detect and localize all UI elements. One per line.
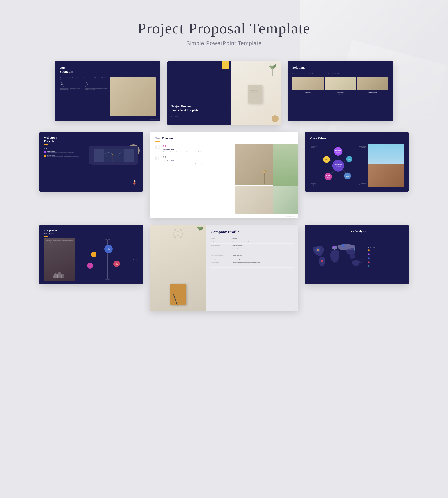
ua-bar-3 (368, 264, 382, 264)
ua-bar-bg-2 (368, 260, 404, 260)
bubble-orange (91, 252, 96, 257)
profile-val-7: Brief description to the perspective of … (232, 262, 260, 263)
coffee-shape (272, 115, 279, 122)
svg-text:Value: Value (348, 159, 351, 160)
mission-right (235, 144, 293, 214)
cover-date: March 20, 2022 (171, 116, 227, 117)
useranalysis-title: User Analysis (310, 229, 404, 233)
ua-name-0: United States (371, 249, 400, 251)
profile-circle-deco (173, 229, 183, 238)
ua-dot-1 (368, 253, 370, 255)
ua-bar-4 (368, 268, 376, 268)
slide-row-3: CompetitorAnalysis The best and (39, 225, 409, 311)
ua-pct-1: 8.9% (402, 253, 404, 255)
slide-company-profile[interactable]: Company Profile Founder John Doe Foundin… (150, 225, 298, 311)
feature-2-dot (44, 155, 46, 157)
mission-label-01: Big Data Cloud (163, 159, 233, 161)
mission-item-01: 01 01 Big Data Cloud Please write a desc… (155, 155, 233, 164)
ua-countries-title: Top Countries (368, 247, 404, 248)
profile-val-2: Address of company (232, 245, 242, 246)
useranalysis-map: 12.7% Jan 2021 - Dec 2022 (310, 235, 366, 280)
laptop-base (92, 164, 136, 165)
slide-webapps[interactable]: Web AppsProjects Client: A Company Key F… (39, 132, 143, 192)
profile-key-4: Company (210, 251, 229, 253)
ua-country-4: Sweden 3.4% (368, 265, 404, 267)
slide-corevalues[interactable]: Core Values Please write a description o… (305, 132, 409, 192)
slide-row-1: OurStrengths The best and most beautiful… (39, 61, 409, 125)
strengths-content: The best and most beautiful things in th… (60, 77, 156, 116)
strengths-underline (60, 75, 64, 75)
mission-item-02: 02 02 Deep Learning Please write a descr… (155, 144, 233, 153)
bubble-our-product: OurProduct (104, 245, 113, 253)
profile-val-3: Incorporated (232, 248, 239, 249)
svg-point-16 (263, 171, 265, 173)
ua-country-0: United States 12.7% (368, 249, 404, 251)
ua-dot-3 (368, 261, 370, 263)
svg-point-42 (362, 260, 363, 261)
svg-point-7 (134, 180, 135, 182)
corevalues-content: Please write a description of your conte… (310, 144, 404, 187)
slide-strengths[interactable]: OurStrengths The best and most beautiful… (55, 61, 160, 121)
map-legend: Jan 2021 - Dec 2022 (311, 279, 317, 280)
notebook-shape (248, 85, 262, 103)
corevalues-underline (310, 142, 315, 142)
competitor-label-right: High Price (133, 259, 138, 260)
profile-key-0: Founder (210, 238, 229, 239)
profile-inner: Company Profile Founder John Doe Foundin… (150, 225, 298, 311)
ua-pct-0: 12.7% (401, 249, 404, 251)
svg-text:Technology: Technology (335, 149, 341, 151)
ua-bar-bg-4 (368, 268, 404, 268)
corevalues-svg: Innovation description Technology text h… (310, 144, 366, 187)
profile-footer: Presentation Name / Subject · 3 (285, 309, 296, 310)
slide-competitor[interactable]: CompetitorAnalysis The best and (39, 225, 143, 284)
solutions-label-1-desc: Please write a description of your conte… (292, 94, 324, 95)
solutions-label-2: Advertising Please write a description o… (325, 92, 356, 95)
profile-val-5: August 18th, 2019 (232, 255, 241, 256)
bubble-competitor-b: B.Comp (113, 261, 120, 267)
webapps-features-title: Key Features (44, 148, 87, 149)
profile-right: Company Profile Founder John Doe Foundin… (206, 225, 298, 311)
strengths-title: OurStrengths (60, 66, 156, 73)
solutions-label-3-title: Communication (357, 92, 388, 93)
ua-name-2: Russia (371, 257, 401, 259)
ua-bar-bg-3 (368, 264, 404, 264)
slide-useranalysis[interactable]: User Analysis (305, 225, 409, 284)
profile-val-4: Company Name (232, 251, 240, 253)
solutions-title: Solutions (292, 66, 388, 70)
webapps-content: Client: A Company Key Features Data Coll… (44, 146, 138, 188)
solutions-label-2-desc: Please write a description of your conte… (325, 94, 356, 95)
svg-line-12 (135, 185, 135, 187)
svg-rect-4 (104, 149, 124, 162)
ua-bar-bg-0 (368, 252, 404, 252)
profile-val-1: Short sentence to your business idea (232, 241, 250, 242)
page-title: Project Proposal Template (138, 20, 310, 37)
feature-1-dot (44, 151, 46, 153)
slide-solutions[interactable]: Solutions The text and most beautiful th… (288, 61, 393, 121)
mission-footer: Presentation Name / Subject · 2 (286, 216, 296, 217)
cover-yellow-accent (222, 61, 229, 69)
solutions-label-3-desc: Please write a description of your conte… (357, 94, 388, 95)
person-icon (61, 83, 62, 85)
profile-row-2: Business Location Address of company (210, 245, 294, 247)
profile-row-0: Founder John Doe (210, 238, 294, 240)
ua-bar-bg-1 (368, 256, 404, 256)
profile-key-5: Start of Business activity (210, 255, 229, 256)
ua-name-3: Brazil (371, 261, 401, 263)
slide-mission-large[interactable]: Our Mission 02 02 Deep Learning Please w… (150, 132, 298, 218)
solutions-underline (292, 71, 297, 71)
useranalysis-country-list: Top Countries United States 12.7% German… (368, 235, 404, 280)
mission-num-color-02: 02 (163, 144, 233, 148)
mission-desc-02: Please write a description of your conte… (163, 151, 233, 153)
svg-text:Value: Value (325, 159, 328, 160)
profile-row-4: Company Company Name (210, 251, 294, 254)
svg-point-46 (321, 260, 323, 262)
profile-val-8: email@youremail.com (232, 265, 244, 266)
webapps-left: Client: A Company Key Features Data Coll… (44, 146, 87, 188)
feature-1-desc: This text can be updated with your own t… (47, 152, 74, 153)
slide-cover[interactable]: Project ProposalPowerPoint Template Ente… (167, 61, 281, 125)
profile-key-1: Founding Proposals (210, 241, 229, 242)
profile-key-7: Future Prospects (210, 262, 229, 263)
svg-line-10 (135, 183, 136, 185)
ua-name-4: Sweden (371, 265, 401, 266)
profile-row-5: Start of Business activity August 18th, … (210, 255, 294, 257)
